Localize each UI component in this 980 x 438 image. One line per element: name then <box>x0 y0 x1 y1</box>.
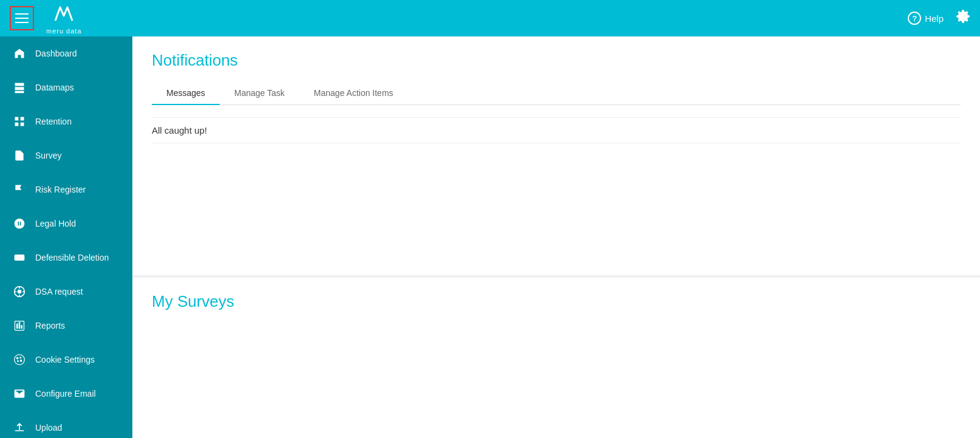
upload-icon <box>12 420 27 435</box>
svg-rect-12 <box>21 325 23 329</box>
sidebar-label-dsa-request: DSA request <box>35 287 83 296</box>
tab-manage-task[interactable]: Manage Task <box>220 82 299 105</box>
hdd-icon <box>12 250 27 265</box>
svg-rect-2 <box>15 123 19 126</box>
notifications-tabs: Messages Manage Task Manage Action Items <box>152 82 961 105</box>
survey-icon <box>12 148 27 163</box>
all-caught-up-message: All caught up! <box>152 117 961 143</box>
sidebar-item-cookie-settings[interactable]: Cookie Settings <box>0 343 132 377</box>
sidebar-label-risk-register: Risk Register <box>35 185 86 194</box>
top-header: meru data ? Help <box>0 0 980 36</box>
sidebar-label-retention: Retention <box>35 117 72 126</box>
sidebar-item-risk-register[interactable]: Risk Register <box>0 173 132 207</box>
sidebar-label-dashboard: Dashboard <box>35 49 77 58</box>
sidebar-label-configure-email: Configure Email <box>35 389 96 399</box>
svg-point-16 <box>20 360 22 361</box>
my-surveys-section: My Surveys <box>132 278 980 438</box>
email-icon <box>12 386 27 401</box>
sidebar-item-upload[interactable]: Upload <box>0 411 132 438</box>
sidebar-item-reports[interactable]: Reports <box>0 309 132 343</box>
flag-icon <box>12 182 27 197</box>
retention-icon <box>12 114 27 129</box>
hamburger-button[interactable] <box>10 6 34 30</box>
sidebar: Dashboard Datamaps Retention Survey <box>0 36 132 438</box>
sidebar-item-configure-email[interactable]: Configure Email <box>0 377 132 411</box>
sidebar-label-legal-hold: Legal Hold <box>35 219 76 228</box>
cookie-icon <box>12 352 27 367</box>
logo-area: meru data <box>46 2 82 35</box>
sidebar-label-datamaps: Datamaps <box>35 83 74 92</box>
hamburger-line-3 <box>15 22 29 23</box>
hamburger-line-2 <box>15 18 29 19</box>
sidebar-item-retention[interactable]: Retention <box>0 104 132 139</box>
sidebar-item-defensible-deletion[interactable]: Defensible Deletion <box>0 241 132 275</box>
sidebar-item-dashboard[interactable]: Dashboard <box>0 36 132 70</box>
tab-content: All caught up! <box>152 105 961 275</box>
sidebar-item-dsa-request[interactable]: DSA request <box>0 275 132 309</box>
help-circle-icon: ? <box>908 12 921 25</box>
sidebar-item-survey[interactable]: Survey <box>0 139 132 173</box>
reports-icon <box>12 318 27 333</box>
home-icon <box>12 46 27 61</box>
svg-rect-0 <box>15 117 19 121</box>
help-button[interactable]: ? Help <box>908 12 944 25</box>
notifications-title: Notifications <box>152 51 961 70</box>
svg-rect-3 <box>21 123 24 126</box>
content-area: Notifications Messages Manage Task Manag… <box>132 36 980 438</box>
datamaps-icon <box>12 80 27 95</box>
sidebar-label-defensible-deletion: Defensible Deletion <box>35 253 109 262</box>
main-layout: Dashboard Datamaps Retention Survey <box>0 36 980 438</box>
svg-rect-11 <box>19 322 21 329</box>
sidebar-label-survey: Survey <box>35 151 62 160</box>
logo-text: meru data <box>46 27 82 35</box>
sidebar-label-reports: Reports <box>35 321 65 330</box>
header-left: meru data <box>10 2 82 35</box>
dsa-icon <box>12 284 27 299</box>
svg-point-14 <box>16 357 18 359</box>
hamburger-line-1 <box>15 13 29 15</box>
settings-icon[interactable] <box>956 9 970 27</box>
header-right: ? Help <box>908 9 970 27</box>
sidebar-label-upload: Upload <box>35 423 62 433</box>
sidebar-label-cookie-settings: Cookie Settings <box>35 355 95 364</box>
svg-point-17 <box>18 361 19 362</box>
tab-messages[interactable]: Messages <box>152 82 220 105</box>
svg-point-5 <box>22 257 24 259</box>
notifications-section: Notifications Messages Manage Task Manag… <box>132 36 980 275</box>
tab-manage-action-items[interactable]: Manage Action Items <box>299 82 408 105</box>
sidebar-item-datamaps[interactable]: Datamaps <box>0 70 132 104</box>
svg-point-8 <box>18 290 22 294</box>
gavel-icon <box>12 216 27 231</box>
svg-rect-1 <box>21 117 24 121</box>
my-surveys-title: My Surveys <box>152 292 961 311</box>
svg-point-15 <box>20 357 21 358</box>
sidebar-item-legal-hold[interactable]: Legal Hold <box>0 207 132 241</box>
svg-point-13 <box>15 355 25 365</box>
logo-icon <box>53 2 75 27</box>
svg-rect-10 <box>16 324 18 329</box>
help-label: Help <box>925 13 944 24</box>
